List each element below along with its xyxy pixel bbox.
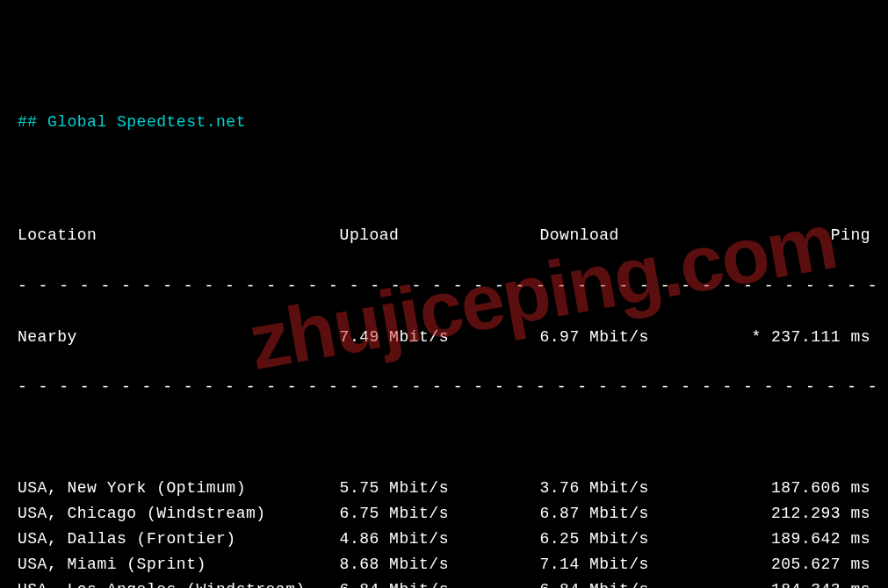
cell-location: USA, Dallas (Frontier) xyxy=(18,527,340,552)
nearby-ping: * 237.111 ms xyxy=(731,325,870,350)
cell-download: 6.84 Mbit/s xyxy=(540,577,732,588)
cell-upload: 6.75 Mbit/s xyxy=(340,501,540,527)
cell-location: USA, Chicago (Windstream) xyxy=(18,501,340,527)
nearby-location: Nearby xyxy=(18,325,340,350)
cell-download: 7.14 Mbit/s xyxy=(540,552,732,577)
cell-download: 3.76 Mbit/s xyxy=(540,476,732,501)
header-download: Download xyxy=(540,223,732,248)
table-row: USA, New York (Optimum)5.75 Mbit/s3.76 M… xyxy=(18,476,870,501)
section-title: ## Global Speedtest.net xyxy=(18,110,870,135)
blank-line xyxy=(18,426,870,451)
header-upload: Upload xyxy=(340,223,540,248)
divider: - - - - - - - - - - - - - - - - - - - - … xyxy=(18,375,883,400)
cell-download: 6.25 Mbit/s xyxy=(540,527,732,552)
nearby-upload: 7.49 Mbit/s xyxy=(340,325,540,350)
cell-upload: 5.75 Mbit/s xyxy=(340,476,540,501)
table-row: USA, Los Angeles (Windstream)6.84 Mbit/s… xyxy=(18,577,870,588)
divider: - - - - - - - - - - - - - - - - - - - - … xyxy=(18,274,883,299)
header-location: Location xyxy=(18,223,340,248)
header-ping: Ping xyxy=(731,223,870,248)
cell-ping: 212.293 ms xyxy=(731,501,870,527)
cell-location: USA, New York (Optimum) xyxy=(18,476,340,501)
cell-ping: 189.642 ms xyxy=(731,527,870,552)
nearby-download: 6.97 Mbit/s xyxy=(540,325,732,350)
nearby-row: Nearby 7.49 Mbit/s 6.97 Mbit/s * 237.111… xyxy=(18,325,870,350)
cell-location: USA, Miami (Sprint) xyxy=(18,552,340,577)
cell-ping: 184.343 ms xyxy=(731,577,870,588)
table-row: USA, Chicago (Windstream)6.75 Mbit/s6.87… xyxy=(18,501,870,527)
cell-upload: 8.68 Mbit/s xyxy=(340,552,540,577)
table-row: USA, Dallas (Frontier)4.86 Mbit/s6.25 Mb… xyxy=(18,527,870,552)
table-row: USA, Miami (Sprint)8.68 Mbit/s7.14 Mbit/… xyxy=(18,552,870,577)
cell-download: 6.87 Mbit/s xyxy=(540,501,732,527)
rows-container: USA, New York (Optimum)5.75 Mbit/s3.76 M… xyxy=(18,476,870,588)
cell-ping: 187.606 ms xyxy=(731,476,870,501)
cell-location: USA, Los Angeles (Windstream) xyxy=(18,577,340,588)
cell-ping: 205.627 ms xyxy=(731,552,870,577)
cell-upload: 4.86 Mbit/s xyxy=(340,527,540,552)
header-row: Location Upload Download Ping xyxy=(18,223,870,248)
cell-upload: 6.84 Mbit/s xyxy=(340,577,540,588)
blank-line xyxy=(18,173,870,198)
